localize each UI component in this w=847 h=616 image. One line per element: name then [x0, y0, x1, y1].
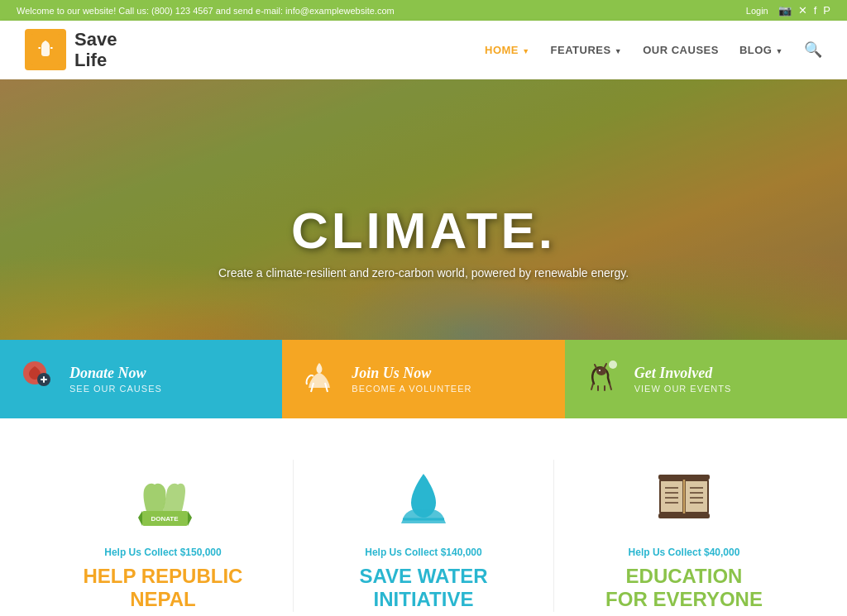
svg-text:DONATE: DONATE [151, 515, 179, 523]
hero-content: CLIMATE. Create a climate-resilient and … [218, 201, 629, 279]
cause-nepal-icon: DONATE [50, 460, 276, 534]
cause-nepal: DONATE Help Us Collect $150,000 HELP REP… [33, 460, 293, 613]
nav: HOME ▼ FEATURES ▼ OUR CAUSES BLOG ▼ 🔍 [485, 41, 822, 59]
cta-involved-text: Get Involved view our events [634, 365, 732, 394]
donate-icon [17, 355, 58, 404]
cta-donate-title: Donate Now [69, 365, 162, 382]
twitter-icon[interactable]: ✕ [798, 4, 807, 17]
cta-row: Donate Now see our causes Join Us Now be… [0, 340, 847, 418]
svg-rect-17 [658, 475, 710, 480]
cta-join-text: Join Us Now become a volunteer [352, 365, 471, 394]
svg-point-5 [609, 361, 617, 369]
cause-water: Help Us Collect $140,000 SAVE WATERINITI… [293, 460, 553, 613]
cause-water-icon [310, 460, 537, 534]
cause-nepal-title: HELP REPUBLICNEPAL [50, 565, 276, 613]
search-icon[interactable]: 🔍 [804, 41, 822, 59]
cause-water-collect: Help Us Collect $140,000 [310, 547, 537, 558]
hero-subheading: Create a climate-resilient and zero-carb… [218, 266, 629, 279]
nav-features[interactable]: FEATURES ▼ [551, 44, 623, 56]
logo[interactable]: Save Life [25, 29, 117, 71]
social-icons: 📷 ✕ f P [778, 4, 830, 17]
login-link[interactable]: Login [746, 6, 768, 16]
cta-involved-title: Get Involved [634, 365, 732, 382]
nav-home[interactable]: HOME ▼ [485, 44, 530, 56]
svg-point-4 [599, 370, 601, 371]
involved-icon [581, 355, 623, 404]
cause-education: Help Us Collect $40,000 EDUCATIONFOR EVE… [553, 460, 814, 613]
join-icon [299, 355, 340, 404]
logo-text: Save Life [74, 29, 117, 71]
cta-involved-sub: view our events [634, 384, 732, 394]
causes-section: DONATE Help Us Collect $150,000 HELP REP… [0, 418, 847, 616]
cause-nepal-collect: Help Us Collect $150,000 [50, 547, 276, 558]
hero-heading: CLIMATE. [218, 201, 629, 260]
cta-join-title: Join Us Now [352, 365, 471, 382]
cta-join[interactable]: Join Us Now become a volunteer [282, 340, 564, 418]
logo-icon [25, 29, 66, 70]
cause-education-icon [571, 460, 797, 534]
nav-causes[interactable]: OUR CAUSES [643, 44, 719, 56]
svg-rect-18 [658, 513, 710, 518]
cta-donate-text: Donate Now see our causes [69, 365, 162, 394]
topbar-message: Welcome to our website! Call us: (800) 1… [17, 6, 395, 16]
nav-blog[interactable]: BLOG ▼ [739, 44, 783, 56]
facebook-icon[interactable]: f [814, 4, 817, 17]
cause-education-title: EDUCATIONFOR EVERYONE [571, 565, 797, 613]
instagram-icon[interactable]: 📷 [778, 4, 792, 17]
header: Save Life HOME ▼ FEATURES ▼ OUR CAUSES B… [0, 21, 847, 79]
svg-point-3 [596, 367, 606, 375]
cta-donate[interactable]: Donate Now see our causes [0, 340, 282, 418]
cta-join-sub: become a volunteer [352, 384, 471, 394]
pinterest-icon[interactable]: P [823, 4, 830, 17]
cta-donate-sub: see our causes [69, 384, 162, 394]
top-bar: Welcome to our website! Call us: (800) 1… [0, 0, 847, 21]
cause-water-title: SAVE WATERINITIATIVE [310, 565, 537, 613]
cta-involved[interactable]: Get Involved view our events [565, 340, 847, 418]
hero-section: CLIMATE. Create a climate-resilient and … [0, 79, 847, 418]
cause-education-collect: Help Us Collect $40,000 [571, 547, 797, 558]
